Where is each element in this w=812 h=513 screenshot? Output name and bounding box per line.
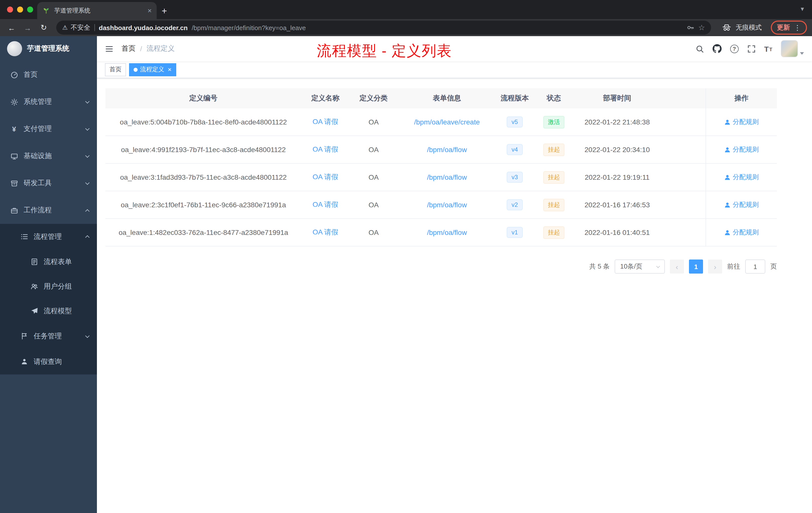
form-link[interactable]: /bpm/oa/leave/create [414, 118, 480, 126]
chevron-down-icon [85, 334, 90, 338]
definition-id: oa_leave:5:004b710b-7b8a-11ec-8ef0-acde4… [106, 118, 301, 126]
window-zoom-button[interactable] [27, 6, 33, 12]
form-link[interactable]: /bpm/oa/flow [427, 201, 467, 209]
breadcrumb-current: 流程定义 [147, 44, 175, 53]
person-icon [724, 146, 731, 153]
person-icon [724, 119, 731, 125]
url-domain: dashboard.yudao.iocoder.cn [99, 24, 188, 31]
sidebar-item-payment[interactable]: ¥ 支付管理 [0, 116, 97, 143]
status-badge: 激活 [543, 116, 564, 128]
status-badge: 挂起 [543, 199, 564, 211]
sidebar-item-label: 工作流程 [24, 206, 52, 215]
github-icon[interactable] [712, 44, 721, 53]
incognito-badge: 无痕模式 [721, 22, 762, 33]
users-icon [30, 282, 38, 291]
app-logo[interactable]: 芋道管理系统 [0, 36, 97, 61]
forward-button[interactable]: → [21, 23, 34, 32]
definition-name-link[interactable]: OA 请假 [313, 228, 339, 236]
table-header-row: 定义编号 定义名称 定义分类 表单信息 流程版本 状态 部署时间 操作 [106, 88, 777, 109]
caret-down-icon [800, 52, 804, 55]
active-dot [134, 67, 138, 71]
sidebar-collapse-icon[interactable] [105, 44, 114, 53]
form-link[interactable]: /bpm/oa/flow [427, 173, 467, 181]
sidebar-item-system[interactable]: 系统管理 [0, 88, 97, 116]
toolbox-icon [10, 179, 18, 187]
tag-home[interactable]: 首页 [105, 63, 126, 76]
browser-menu-icon[interactable]: ⋮ [794, 24, 801, 32]
bookmark-star-icon[interactable]: ☆ [698, 23, 705, 32]
sidebar-item-devtools[interactable]: 研发工具 [0, 170, 97, 197]
browser-tab[interactable]: 芋道管理系统 × [37, 2, 157, 19]
sidebar-item-workflow[interactable]: 工作流程 [0, 197, 97, 224]
back-button[interactable]: ← [5, 23, 18, 32]
chevron-up-icon [85, 209, 90, 213]
version-badge: v1 [506, 227, 523, 238]
deploy-time: 2022-01-22 19:19:11 [575, 173, 660, 181]
top-navbar: 首页 / 流程定义 流程模型 - 定义列表 ? TT [97, 36, 812, 61]
reload-button[interactable]: ↻ [37, 23, 50, 32]
definition-name-link[interactable]: OA 请假 [313, 200, 339, 208]
window-close-button[interactable] [7, 6, 13, 12]
security-label: 不安全 [71, 23, 90, 32]
sidebar-item-leave-query[interactable]: 请假查询 [0, 349, 97, 374]
sidebar-item-task-management[interactable]: 任务管理 [0, 323, 97, 349]
tag-close-icon[interactable]: × [168, 66, 172, 73]
help-icon[interactable]: ? [730, 44, 738, 53]
assign-rule-button[interactable]: 分配规则 [724, 145, 759, 154]
user-avatar-menu[interactable] [781, 40, 804, 57]
tab-search-chevron-icon[interactable]: ▾ [801, 5, 804, 12]
status-badge: 挂起 [543, 171, 564, 183]
font-size-icon[interactable]: TT [764, 45, 772, 53]
col-header-category: 定义分类 [349, 94, 398, 103]
avatar [781, 40, 798, 57]
breadcrumb-home[interactable]: 首页 [121, 44, 136, 53]
tag-process-definition[interactable]: 流程定义 × [129, 63, 176, 76]
deploy-time: 2022-01-22 21:48:38 [575, 118, 660, 126]
definition-name-link[interactable]: OA 请假 [313, 117, 339, 125]
definition-name-link[interactable]: OA 请假 [313, 173, 339, 181]
assign-rule-button[interactable]: 分配规则 [724, 117, 759, 126]
sidebar-item-user-group[interactable]: 用户分组 [0, 274, 97, 299]
address-bar[interactable]: ⚠ 不安全 dashboard.yudao.iocoder.cn /bpm/ma… [56, 21, 711, 35]
search-icon[interactable] [695, 44, 704, 53]
chevron-down-icon [85, 181, 90, 185]
warning-icon: ⚠ [62, 24, 68, 31]
page-number-button[interactable]: 1 [689, 260, 703, 274]
incognito-label: 无痕模式 [736, 23, 762, 32]
page-size-select[interactable]: 10条/页 [615, 260, 665, 274]
sidebar-item-infrastructure[interactable]: 基础设施 [0, 143, 97, 170]
sidebar-item-label: 用户分组 [44, 282, 72, 291]
new-tab-button[interactable]: + [162, 6, 167, 16]
chevron-up-icon [85, 235, 90, 240]
next-page-button[interactable]: › [708, 260, 722, 274]
flag-icon [20, 332, 28, 340]
sidebar-item-label: 系统管理 [24, 97, 52, 107]
form-link[interactable]: /bpm/oa/flow [427, 146, 467, 154]
sidebar-item-process-management[interactable]: 流程管理 [0, 224, 97, 249]
browser-update-button[interactable]: 更新 ⋮ [771, 21, 807, 35]
logo-image [7, 41, 22, 56]
deploy-time: 2022-01-16 01:40:51 [575, 229, 660, 236]
sidebar-item-label: 流程模型 [44, 306, 72, 315]
sidebar-item-home[interactable]: 首页 [0, 61, 97, 88]
password-key-icon[interactable] [686, 24, 694, 32]
assign-rule-button[interactable]: 分配规则 [724, 200, 759, 209]
window-minimize-button[interactable] [17, 6, 23, 12]
prev-page-button[interactable]: ‹ [670, 260, 684, 274]
tab-close-icon[interactable]: × [148, 7, 152, 14]
sidebar-item-process-model[interactable]: 流程模型 [0, 299, 97, 323]
goto-label: 前往 [727, 262, 740, 271]
pagination-total: 共 5 条 [589, 262, 610, 271]
tags-view: 首页 流程定义 × [97, 61, 812, 78]
assign-rule-button[interactable]: 分配规则 [724, 173, 759, 182]
pagination: 共 5 条 10条/页 ‹ 1 › 前往 页 [97, 260, 777, 274]
site-security-chip[interactable]: ⚠ 不安全 [62, 23, 90, 32]
col-header-version: 流程版本 [496, 94, 533, 103]
sidebar-item-process-form[interactable]: 流程表单 [0, 249, 97, 274]
fullscreen-icon[interactable] [747, 44, 755, 53]
definition-name-link[interactable]: OA 请假 [313, 145, 339, 153]
assign-rule-button[interactable]: 分配规则 [724, 228, 759, 237]
form-link[interactable]: /bpm/oa/flow [427, 229, 467, 236]
goto-page-input[interactable] [745, 260, 765, 274]
col-header-id: 定义编号 [106, 94, 301, 103]
